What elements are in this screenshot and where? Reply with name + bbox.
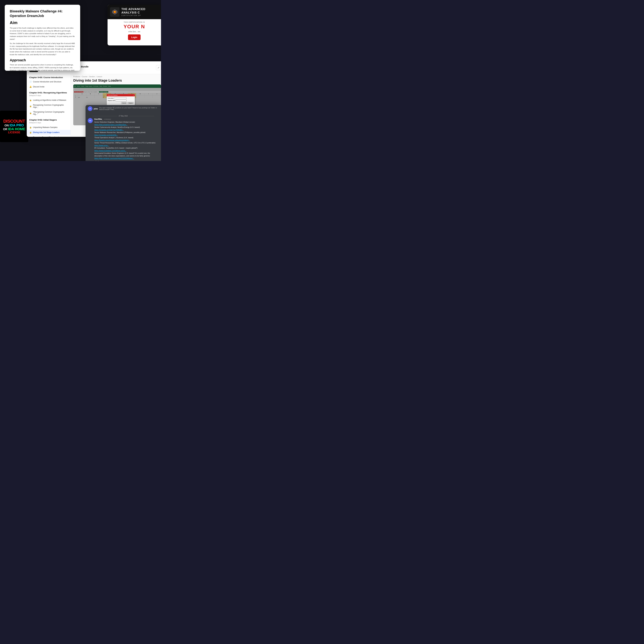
lesson-main-title: Diving into 1st Stage Loaders (71, 78, 161, 84)
discord-text-1: Senior Detection Engineer, Mandiant (Glo… (94, 121, 159, 160)
breadcrumb-products[interactable]: Products (73, 76, 80, 78)
breadcrumb-section[interactable]: Section (89, 76, 95, 78)
ida-on-text: ON IDA PRO (5, 123, 24, 127)
discord-username-1: 0verfl0w_ (94, 118, 103, 120)
breadcrumb: Products / Course / Section / Lesson (71, 74, 161, 78)
emoji-count: 10 (97, 161, 99, 161)
chapter-1-meta: Delayed 0 days (27, 94, 71, 98)
discord-message-1: 0v 0verfl0w_ 27/05/2022 Senior Detection… (88, 118, 159, 161)
discord-link-6[interactable]: https://www.trustedsec.com/about-us/ca..… (94, 150, 126, 152)
cert-body: THIS CERTIFICATION IS YOUR N of the Zero… (108, 19, 161, 42)
lesson-icedid[interactable]: 🔒 Reversing Second Stage Loaders - IcedI… (27, 135, 71, 137)
lesson-label: Discord Invite (33, 86, 44, 88)
cert-your-name: YOUR N (110, 24, 158, 30)
lesson-1st-stage-loaders[interactable]: 🔒 Diving into 1st Stage Loaders (27, 130, 71, 135)
discord-link-2[interactable]: https://ninjajobs.org/job/7a17506d83... (94, 129, 124, 131)
breadcrumb-course[interactable]: Course (82, 76, 87, 78)
approach-text: There are several possible approaches wh… (10, 64, 75, 71)
jobs-discord-panel: # jobs Any open malware RE positions on … (86, 105, 161, 161)
doc-icon: 📄 (29, 81, 32, 83)
lesson-label: Course Introduction and Structure (33, 81, 61, 83)
discord-msg-header-1: 0verfl0w_ 27/05/2022 (94, 118, 159, 120)
lesson-label: Looking at Algorithms inside of Malware (33, 99, 66, 101)
jobs-header: # jobs Any open malware RE positions on … (86, 105, 161, 112)
cert-zero-text: of the Zero... ons (110, 31, 158, 33)
breadcrumb-sep3: / (96, 76, 96, 78)
lesson-label: Recognizing Common Cryptographic Algo... (33, 104, 68, 108)
lock-icon: 🔒 (29, 126, 32, 129)
cert-analysis: ANALYSIS C (121, 11, 158, 14)
lock-icon: 🔒 (29, 99, 32, 101)
lesson-discord[interactable]: 🔔 Discord Invite (27, 84, 71, 89)
ida-discount-text: DISCOUNT (3, 119, 25, 123)
discord-timestamp-1: 27/05/2022 (104, 119, 111, 120)
lesson-crypto-2[interactable]: 🔒 "Recognizing Common Cryptographic Alg.… (27, 110, 71, 117)
breadcrumb-lesson[interactable]: Lesson (97, 76, 102, 78)
aim-text-2: So, the challenge for this week: We rece… (10, 42, 75, 56)
expand-button[interactable]: ⤢ (156, 65, 161, 70)
lesson-label: Unpacking Malware Samples (33, 126, 57, 128)
cert-header: THE ADVANCED ANALYSIS C CERTIFICATION OF (108, 5, 161, 19)
lock-icon: 🔒 (29, 131, 32, 134)
discord-avatar-1: 0v (88, 118, 93, 123)
breadcrumb-sep2: / (88, 76, 89, 78)
aim-text-1: The goal of this fourth challenge is sli… (10, 27, 75, 41)
cert-this-is: THIS CERTIFICATION IS (110, 21, 158, 23)
cert-of: CERTIFICATION OF (121, 15, 158, 16)
course-sidebar[interactable]: Chapter 0×00: Course Introduction 📄 Cour… (27, 74, 71, 137)
jobs-channel-name: jobs (94, 108, 98, 110)
chapter-0-heading: Chapter 0×00: Course Introduction (27, 74, 71, 79)
chapter-2-heading: Chapter 0×02: Initial Stagers (27, 117, 71, 122)
challenge-card: Biweekly Malware Challenge #4: Operation… (5, 5, 80, 71)
lock-icon: 🔒 (29, 112, 32, 114)
lesson-label: Diving into 1st Stage Loaders (33, 131, 60, 133)
date-divider-may: 27 May 2022 (88, 115, 159, 117)
discord-msg-body-1: 0verfl0w_ 27/05/2022 Senior Detection En… (94, 118, 159, 161)
bell-icon: 🔔 (29, 86, 32, 88)
cert-title-area: THE ADVANCED ANALYSIS C CERTIFICATION OF (121, 8, 158, 16)
lesson-crypto-1[interactable]: 🔒 Recognizing Common Cryptographic Algo.… (27, 103, 71, 110)
lesson-algorithms[interactable]: 🔒 Looking at Algorithms inside of Malwar… (27, 98, 71, 103)
challenge-title: Biweekly Malware Challenge #4: Operation… (10, 9, 75, 18)
lesson-course-intro[interactable]: 📄 Course Introduction and Structure (27, 79, 71, 84)
discord-link-7[interactable]: https://jobs.centene.com/us/en/job/13120… (94, 157, 134, 159)
chapter-2-meta: Delayed 0 days (27, 122, 71, 125)
lesson-label: "Recognizing Common Cryptographic Alg...… (33, 111, 68, 115)
discord-link-3[interactable]: https://ninjajobs.org/job/e83b... (94, 134, 118, 136)
aim-heading: Aim (10, 20, 75, 25)
lesson-unpacking[interactable]: 🔒 Unpacking Malware Samples (27, 125, 71, 130)
cert-logo (110, 7, 119, 17)
breadcrumb-sep1: / (81, 76, 81, 78)
discord-link-1[interactable]: https://jobs.smartrecruiters.com/Mandian… (94, 124, 128, 126)
emoji-reaction-1[interactable]: 🇭 10 (94, 160, 100, 161)
ida-license-text: LICENSE (8, 131, 20, 134)
jobs-channel-desc: Any open malware RE positions on your te… (99, 107, 159, 110)
ida-banner: DISCOUNT ON IDA PRO OR IDA HOME LICENSE (0, 111, 28, 142)
discord-link-5[interactable]: https://www.vmra... (94, 144, 109, 146)
cert-card: THE ADVANCED ANALYSIS C CERTIFICATION OF… (108, 5, 161, 45)
cert-login-button[interactable]: Login (128, 34, 141, 40)
jobs-messages-body[interactable]: 27 May 2022 0v 0verfl0w_ 27/05/2022 Seni… (86, 112, 161, 161)
chapter-1-heading: Chapter 0×01: Recognising Algorithms (27, 89, 71, 94)
approach-heading: Approach (10, 58, 75, 62)
lesson-label: Reversing Second Stage Loaders - IcedID (33, 136, 68, 137)
cert-the-advanced: THE ADVANCED (121, 8, 158, 11)
ida-or-text: OR IDA HOME (3, 127, 25, 131)
discord-link-4[interactable]: https://boards.greenhouse.io/huntress/jo… (94, 139, 130, 141)
find-replace-dialog: Find and Replace× Find what: Replace wit… (107, 94, 135, 105)
lock-icon: 🔒 (29, 105, 32, 107)
jobs-channel-icon: # (88, 106, 92, 111)
